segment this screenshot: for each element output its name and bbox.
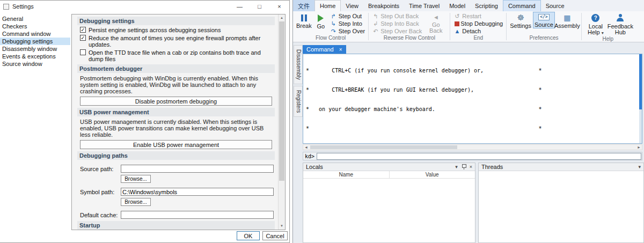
flow-control-group: Break Go ↱ Step Out ↳ Step Into xyxy=(293,11,368,42)
sidetab-registers[interactable]: Registers xyxy=(294,86,303,117)
end-group: ↺ Restart Stop Debugging ▲ Detach End xyxy=(450,11,506,42)
locals-header[interactable]: Locals ▾ × xyxy=(303,163,475,171)
command-tab-close-icon[interactable]: × xyxy=(339,47,342,53)
settings-button[interactable]: ☸ Settings xyxy=(508,12,533,29)
checkbox-label: Reduce the amount of times you see engin… xyxy=(89,35,275,48)
step-over-back-button[interactable]: ↶ Step Over Back xyxy=(370,27,423,35)
locals-col-name[interactable]: Name xyxy=(303,171,390,178)
go-button[interactable]: Go xyxy=(313,12,328,30)
command-prompt-row: kd> xyxy=(303,152,642,160)
local-help-button[interactable]: ? Local Help ▾ xyxy=(583,12,608,36)
source-path-browse-button[interactable]: Browse... xyxy=(121,175,151,183)
scrollbar-thumb[interactable] xyxy=(310,145,457,149)
restart-label: Restart xyxy=(462,13,481,19)
person-icon xyxy=(616,14,624,22)
locals-dropdown-icon[interactable]: ▾ xyxy=(455,164,458,170)
threads-dropdown-icon[interactable]: ▾ xyxy=(638,164,641,170)
assembly-icon: ▦ xyxy=(564,14,570,21)
threads-title: Threads xyxy=(481,164,638,170)
scroll-right-icon[interactable]: ► xyxy=(636,145,642,149)
command-console[interactable]: * CTRL+C (if you run console kernel debu… xyxy=(303,54,642,144)
end-group-label: End xyxy=(452,35,504,42)
close-icon[interactable]: × xyxy=(269,1,289,12)
sidebar-item-command-window[interactable]: Command window xyxy=(0,30,70,38)
settings-nav: General Checkers Command window Debuggin… xyxy=(0,13,70,242)
stop-debugging-button[interactable]: Stop Debugging xyxy=(452,20,504,27)
tab-home[interactable]: Home xyxy=(314,0,341,11)
settings-titlebar[interactable]: Settings — □ × xyxy=(0,1,289,12)
scroll-up-icon[interactable]: ▲ xyxy=(279,14,285,21)
enable-usb-button[interactable]: Enable USB power management xyxy=(80,140,272,149)
console-vertical-scrollbar[interactable] xyxy=(639,54,642,143)
source-path-input[interactable] xyxy=(121,165,274,173)
section-header-postmortem: Postmortem debugger xyxy=(77,64,275,73)
step-over-button[interactable]: ↷ Step Over xyxy=(328,27,367,35)
tab-time-travel[interactable]: Time Travel xyxy=(404,0,444,11)
sidebar-item-disassembly-window[interactable]: Disassembly window xyxy=(0,45,70,53)
symbol-path-input[interactable] xyxy=(121,188,274,196)
step-into-button[interactable]: ↳ Step Into xyxy=(328,20,367,27)
checkbox-row-firewall-prompts[interactable]: ✓ Reduce the amount of times you see eng… xyxy=(80,35,275,48)
console-line: * on your debugger machine's keyboard. * xyxy=(306,106,642,113)
local-help-label: Local Help xyxy=(588,23,603,35)
checkbox-firewall-prompts[interactable]: ✓ xyxy=(80,35,86,41)
checkbox-row-persist-settings[interactable]: ✓ Persist engine settings across debuggi… xyxy=(80,27,275,33)
checkbox-persist-settings[interactable]: ✓ xyxy=(80,27,86,33)
console-horizontal-scrollbar[interactable]: ◄ ► xyxy=(303,144,642,150)
ok-button[interactable]: OK xyxy=(237,231,260,240)
checkbox-label: Persist engine settings across debugging… xyxy=(89,27,221,33)
tab-model[interactable]: Model xyxy=(444,0,470,11)
scrollbar-track[interactable] xyxy=(309,145,636,150)
settings-window-title: Settings xyxy=(12,3,230,10)
symbol-path-browse-button[interactable]: Browse... xyxy=(121,198,151,206)
source-code-icon: </> xyxy=(538,14,549,20)
tab-scripting[interactable]: Scripting xyxy=(470,0,503,11)
break-button[interactable]: Break xyxy=(295,12,313,29)
assembly-toggle-button[interactable]: ▦ Assembly xyxy=(555,12,580,29)
tab-command[interactable]: Command xyxy=(503,0,541,11)
step-over-label: Step Over xyxy=(339,28,365,34)
sidebar-item-source-window[interactable]: Source window xyxy=(0,60,70,68)
scroll-left-icon[interactable]: ◄ xyxy=(303,145,309,149)
ribbon-tabbar: 文件 Home View Breakpoints Time Travel Mod… xyxy=(293,0,644,11)
settings-scrollbar[interactable]: ▲ ▼ xyxy=(278,14,285,230)
scroll-down-icon[interactable]: ▼ xyxy=(279,223,285,230)
threads-header[interactable]: Threads ▾ xyxy=(479,163,643,171)
tab-view[interactable]: View xyxy=(341,0,363,11)
detach-icon: ▲ xyxy=(453,28,460,34)
console-line: * * xyxy=(306,126,642,132)
locals-col-value[interactable]: Value xyxy=(390,171,475,178)
go-back-button[interactable]: ◄ Go Back xyxy=(423,12,448,34)
checkbox-ttd-trace[interactable] xyxy=(80,49,86,55)
step-out-button[interactable]: ↱ Step Out xyxy=(328,12,367,20)
locals-close-icon[interactable]: × xyxy=(470,164,472,170)
command-window-tab[interactable]: Command × xyxy=(303,45,346,54)
restart-button[interactable]: ↺ Restart xyxy=(452,12,504,20)
step-into-back-button[interactable]: ↲ Step Into Back xyxy=(370,20,423,27)
command-input[interactable] xyxy=(317,153,641,160)
threads-panel: Threads ▾ xyxy=(478,163,644,243)
sidebar-item-events-exceptions[interactable]: Events & exceptions xyxy=(0,53,70,60)
detach-button[interactable]: ▲ Detach xyxy=(452,27,504,35)
scrollbar-thumb[interactable] xyxy=(279,21,284,181)
default-cache-input[interactable] xyxy=(121,211,274,219)
pin-icon[interactable] xyxy=(462,164,466,170)
minimize-icon[interactable]: — xyxy=(230,1,250,12)
stop-debugging-label: Stop Debugging xyxy=(460,20,503,27)
scrollbar-thumb[interactable] xyxy=(639,54,642,109)
feedback-hub-button[interactable]: Feedback Hub xyxy=(608,12,633,35)
tab-file[interactable]: 文件 xyxy=(293,0,314,11)
sidebar-item-checkers[interactable]: Checkers xyxy=(0,23,70,30)
source-path-label: Source path: xyxy=(80,166,121,172)
tab-breakpoints[interactable]: Breakpoints xyxy=(363,0,404,11)
sidebar-item-debugging-settings[interactable]: Debugging settings xyxy=(0,38,70,45)
sidebar-item-general[interactable]: General xyxy=(0,15,70,23)
sidetab-disassembly[interactable]: Disassembly xyxy=(294,45,303,84)
step-out-back-button[interactable]: ↰ Step Out Back xyxy=(370,12,423,20)
checkbox-row-ttd-trace[interactable]: Open the TTD trace file when a cab or zi… xyxy=(80,49,275,62)
maximize-icon[interactable]: □ xyxy=(250,1,269,12)
source-toggle-button[interactable]: </> Source xyxy=(533,12,555,28)
disable-postmortem-button[interactable]: Disable postmortem debugging xyxy=(80,97,272,106)
tab-source[interactable]: Source xyxy=(541,0,569,11)
cancel-button[interactable]: Cancel xyxy=(262,231,288,240)
